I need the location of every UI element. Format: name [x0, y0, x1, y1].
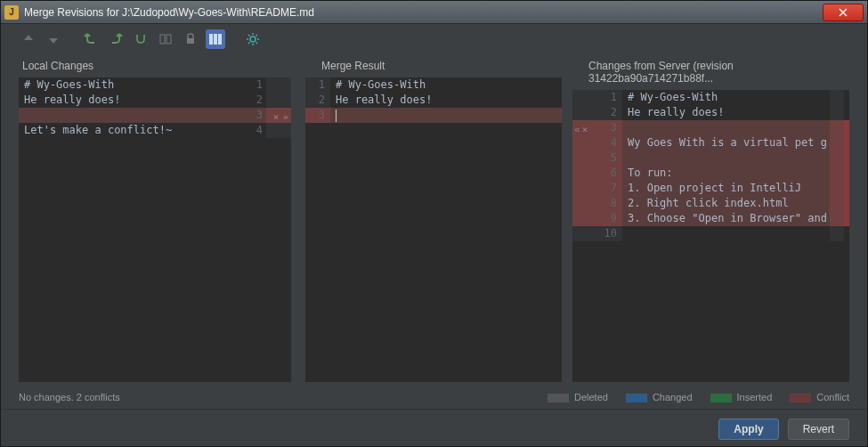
- code-line[interactable]: # Wy-Goes-With1: [19, 77, 291, 93]
- reject-icon[interactable]: ×: [272, 110, 280, 125]
- code-line[interactable]: 3×»: [19, 108, 291, 123]
- merge-both-icon: [134, 32, 148, 46]
- svg-rect-2: [187, 38, 194, 44]
- middle-column-title: Merge Result: [300, 54, 567, 77]
- text-caret: [336, 110, 337, 122]
- legend-changed: Changed: [626, 392, 693, 402]
- code-line[interactable]: 93. Choose "Open in Browser" and: [572, 211, 849, 226]
- compare-button[interactable]: [156, 29, 175, 49]
- three-column-button[interactable]: [206, 29, 225, 49]
- legend-inserted: Inserted: [710, 392, 773, 402]
- conflict-swatch: [790, 394, 811, 402]
- toolbar: [1, 24, 867, 54]
- left-column: Local Changes # Wy-Goes-With1He really d…: [1, 54, 300, 386]
- deleted-swatch: [548, 394, 569, 402]
- merge-controls: ×»: [272, 110, 289, 125]
- code-line[interactable]: 82. Right click index.html: [572, 196, 849, 211]
- merge-right-icon: [109, 32, 123, 46]
- merge-both-button[interactable]: [131, 29, 150, 49]
- code-line[interactable]: 3: [305, 108, 562, 123]
- columns-icon: [208, 32, 223, 46]
- legend-conflict: Conflict: [790, 392, 849, 402]
- changed-swatch: [626, 394, 647, 402]
- gear-icon: [246, 32, 260, 46]
- code-line[interactable]: He really does!2: [19, 93, 291, 108]
- code-line[interactable]: 10: [572, 226, 849, 241]
- inserted-swatch: [710, 394, 732, 402]
- close-icon: [839, 8, 848, 17]
- revert-button[interactable]: Revert: [788, 419, 849, 440]
- middle-editor[interactable]: 1# Wy-Goes-With2He really does!3: [305, 77, 562, 382]
- merge-left-icon: [84, 32, 98, 46]
- status-text: No changes. 2 conflicts: [19, 392, 120, 402]
- svg-rect-0: [160, 35, 165, 44]
- compare-icon: [158, 32, 173, 46]
- code-line[interactable]: Let's make a conflict!~4: [19, 123, 291, 138]
- accept-right-button[interactable]: [106, 29, 126, 49]
- code-line[interactable]: 71. Open project in IntelliJ: [572, 181, 849, 196]
- code-line[interactable]: 1# Wy-Goes-With: [305, 77, 562, 93]
- svg-rect-1: [166, 35, 171, 44]
- svg-rect-4: [214, 34, 217, 45]
- legend-deleted: Deleted: [548, 392, 608, 402]
- svg-rect-3: [209, 34, 213, 45]
- prev-change-button[interactable]: [19, 29, 38, 49]
- code-line[interactable]: 2He really does!: [572, 105, 849, 120]
- code-line[interactable]: «×3: [572, 120, 849, 135]
- titlebar: J Merge Revisions for J:\Zudopod\Wy-Goes…: [1, 1, 867, 24]
- middle-column: Merge Result 1# Wy-Goes-With2He really d…: [300, 54, 567, 386]
- accept-left-button[interactable]: [81, 29, 101, 49]
- left-editor[interactable]: # Wy-Goes-With1He really does!23×»Let's …: [19, 77, 291, 382]
- window-title: Merge Revisions for J:\Zudopod\Wy-Goes-W…: [24, 6, 823, 19]
- settings-button[interactable]: [243, 29, 263, 49]
- arrow-down-icon: [46, 32, 61, 46]
- next-change-button[interactable]: [44, 29, 63, 49]
- legend-bar: No changes. 2 conflicts Deleted Changed …: [1, 386, 867, 409]
- accept-right-icon[interactable]: »: [281, 110, 289, 125]
- right-column-title: Changes from Server (revision 31422ba90a…: [567, 54, 867, 90]
- app-icon: J: [4, 5, 19, 20]
- svg-point-6: [250, 37, 256, 42]
- lock-button[interactable]: [181, 29, 200, 49]
- apply-button[interactable]: Apply: [718, 419, 778, 440]
- right-column: Changes from Server (revision 31422ba90a…: [567, 54, 867, 386]
- code-line[interactable]: 5: [572, 150, 849, 166]
- footer: Apply Revert: [1, 409, 867, 447]
- merge-columns: Local Changes # Wy-Goes-With1He really d…: [1, 54, 867, 386]
- arrow-up-icon: [21, 32, 36, 46]
- lock-icon: [183, 32, 198, 46]
- close-button[interactable]: [823, 4, 864, 21]
- left-column-title: Local Changes: [1, 54, 300, 77]
- svg-rect-5: [218, 34, 222, 45]
- right-editor[interactable]: 1# Wy-Goes-With2He really does!«×34Wy Go…: [572, 90, 849, 382]
- code-line[interactable]: 4Wy Goes With is a virtual pet g: [572, 135, 849, 150]
- code-line[interactable]: 2He really does!: [305, 93, 562, 108]
- code-line[interactable]: 6To run:: [572, 166, 849, 181]
- code-line[interactable]: 1# Wy-Goes-With: [572, 90, 849, 105]
